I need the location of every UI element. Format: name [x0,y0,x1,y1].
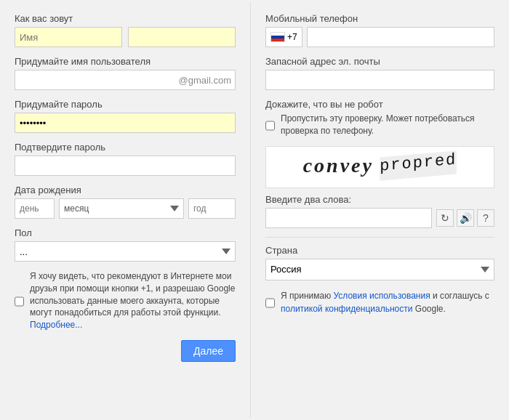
captcha-refresh-button[interactable]: ↻ [436,209,454,227]
captcha-skip-checkbox[interactable] [265,114,275,137]
captcha-text-input[interactable] [265,208,432,228]
name-label: Как вас зовут [15,13,236,24]
captcha-skip-text: Пропустить эту проверку. Может потребова… [281,113,494,137]
confirm-password-input[interactable] [15,156,236,176]
birthday-month-select[interactable]: месяц Январь Февраль Март [59,198,184,219]
country-label: Страна [265,245,494,256]
phone-label: Мобильный телефон [265,13,494,24]
birthday-label: Дата рождения [15,185,236,195]
captcha-images: convey propred [303,154,457,177]
country-group: Страна Россия США Германия [265,245,494,280]
captcha-box: convey propred [265,146,494,188]
social-checkbox-text: Я хочу видеть, что рекомендуют в Интерне… [30,270,236,331]
social-checkbox-group: Я хочу видеть, что рекомендуют в Интерне… [15,270,236,331]
phone-row: +7 [265,27,494,47]
backup-email-group: Запасной адрес эл. почты [265,56,494,90]
password-group: Придумайте пароль [15,99,236,133]
username-label: Придумайте имя пользователя [15,56,236,67]
captcha-skip-group: Пропустить эту проверку. Может потребова… [265,113,494,137]
privacy-link[interactable]: политикой конфиденциальности [281,304,412,314]
gender-label: Пол [15,227,236,238]
phone-prefix: +7 [287,32,297,42]
backup-email-input[interactable] [265,70,494,90]
gender-group: Пол ... Мужской Женский [15,227,236,262]
captcha-help-button[interactable]: ? [477,209,494,227]
birthday-day-input[interactable] [15,198,55,219]
captcha-icons: ↻ 🔊 ? [436,209,494,227]
captcha-word1: convey [303,154,374,177]
gmail-suffix: @gmail.com [179,75,231,86]
birthday-group: Дата рождения месяц Январь Февраль Март [15,185,236,219]
terms-group: Я принимаю Условия использования и согла… [265,289,494,315]
birthday-year-input[interactable] [188,198,236,219]
captcha-audio-button[interactable]: 🔊 [457,209,474,227]
divider [265,237,494,238]
next-button[interactable]: Далее [181,340,236,362]
gender-select[interactable]: ... Мужской Женский [15,241,236,262]
last-name-input[interactable] [128,27,236,47]
phone-input[interactable] [307,27,494,47]
phone-country-select[interactable]: +7 [265,27,302,47]
name-row [15,27,236,47]
social-checkbox-link[interactable]: Подробнее... [30,320,82,330]
next-button-row: Далее [15,340,236,362]
terms-text: Я принимаю Условия использования и согла… [281,289,494,315]
right-panel: Мобильный телефон +7 Запасной адрес эл. … [251,0,509,420]
left-panel: Как вас зовут Придумайте имя пользовател… [0,0,251,420]
social-checkbox[interactable] [15,272,24,331]
name-group: Как вас зовут [15,13,236,47]
captcha-input-group: Введите два слова: ↻ 🔊 ? [265,194,494,228]
birthday-row: месяц Январь Февраль Март [15,198,236,219]
russia-flag-icon [270,32,285,42]
terms-checkbox[interactable] [265,291,275,315]
captcha-input-label: Введите два слова: [265,194,494,205]
terms-link[interactable]: Условия использования [333,291,430,301]
confirm-password-label: Подтвердите пароль [15,142,236,153]
backup-email-label: Запасной адрес эл. почты [265,56,494,67]
password-input[interactable] [15,113,236,133]
password-label: Придумайте пароль [15,99,236,110]
captcha-group: Докажите, что вы не робот Пропустить эту… [265,99,494,228]
phone-group: Мобильный телефон +7 [265,13,494,47]
confirm-password-group: Подтвердите пароль [15,142,236,176]
captcha-word2: propred [380,150,457,180]
first-name-input[interactable] [15,27,122,47]
username-wrapper: @gmail.com [15,70,236,90]
country-select[interactable]: Россия США Германия [265,259,494,280]
username-group: Придумайте имя пользователя @gmail.com [15,56,236,90]
captcha-input-row: ↻ 🔊 ? [265,208,494,228]
captcha-label: Докажите, что вы не робот [265,99,494,110]
